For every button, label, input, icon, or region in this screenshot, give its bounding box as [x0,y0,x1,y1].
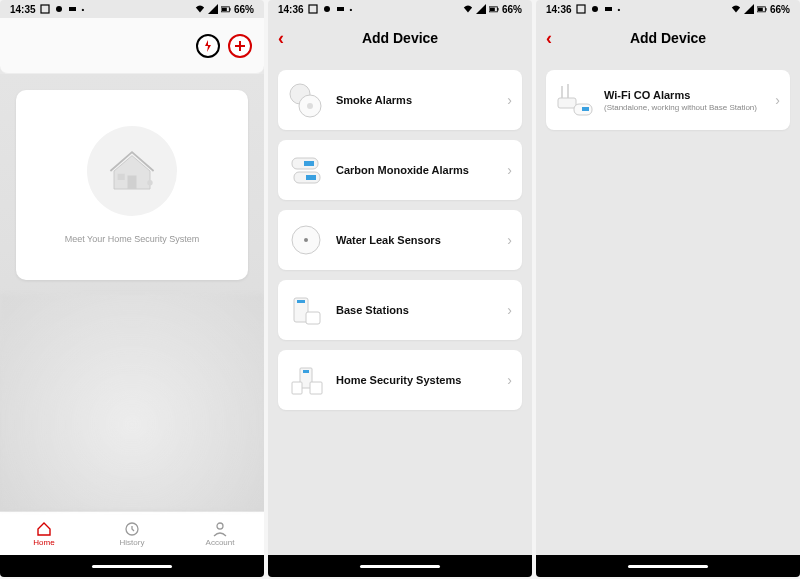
screen-home: 14:35 • 66% [0,0,264,577]
wifi-icon [731,4,741,14]
status-dot-icon: • [82,5,85,14]
row-label: Home Security Systems [336,374,461,386]
status-app2-icon [604,4,614,14]
svg-point-25 [304,238,308,242]
wifi-icon [195,4,205,14]
status-time: 14:36 [278,4,304,15]
add-device-badge[interactable] [228,34,252,58]
svg-rect-11 [309,5,317,13]
row-smoke-alarms[interactable]: Smoke Alarms › [278,70,522,130]
screen-add-device-wifi-co: 14:36 • 66% ‹ Add Device [536,0,800,577]
battery-pct: 66% [770,4,790,15]
home-empty-card[interactable]: Meet Your Home Security System [16,90,248,280]
signal-icon [476,4,486,14]
svg-rect-37 [765,8,766,10]
status-app2-icon [336,4,346,14]
svg-rect-21 [304,161,314,166]
battery-icon [757,4,767,14]
tab-home-label: Home [33,538,54,547]
svg-rect-27 [297,300,305,303]
svg-rect-2 [69,7,76,11]
tab-history-label: History [120,538,145,547]
svg-point-8 [147,180,152,185]
row-sublabel: (Standalone, working without Base Statio… [604,103,765,112]
signal-icon [744,4,754,14]
row-label: Water Leak Sensors [336,234,441,246]
svg-rect-33 [577,5,585,13]
battery-icon [489,4,499,14]
svg-rect-28 [306,312,320,324]
wifi-icon [463,4,473,14]
status-bar: 14:36 • 66% [268,0,532,18]
status-app-icon [590,4,600,14]
svg-point-12 [324,6,330,12]
svg-rect-31 [292,382,302,394]
status-time: 14:35 [10,4,36,15]
tab-account-label: Account [206,538,235,547]
status-bar: 14:35 • 66% [0,0,264,18]
tab-bar: Home History Account [0,511,264,555]
svg-rect-41 [558,98,576,108]
svg-rect-13 [337,7,344,11]
account-icon [212,521,228,537]
history-icon [124,521,140,537]
screen-add-device-categories: 14:36 • 66% ‹ Add Device Smoke Alarms › [268,0,532,577]
android-navbar [0,555,264,577]
android-navbar [268,555,532,577]
battery-icon [221,4,231,14]
svg-rect-23 [306,175,316,180]
svg-rect-16 [490,8,495,11]
base-station-icon [286,290,326,330]
chevron-right-icon: › [507,92,512,108]
svg-rect-0 [41,5,49,13]
page-title: Add Device [630,30,706,46]
row-home-security[interactable]: Home Security Systems › [278,350,522,410]
svg-rect-35 [605,7,612,11]
category-list: Smoke Alarms › Carbon Monoxide Alarms › … [268,58,532,555]
lightning-badge[interactable] [196,34,220,58]
android-navbar [536,555,800,577]
row-label: Wi-Fi CO Alarms [604,89,690,101]
tab-home[interactable]: Home [0,512,88,555]
home-security-icon [286,360,326,400]
water-leak-icon [286,220,326,260]
status-bar: 14:36 • 66% [536,0,800,18]
svg-rect-32 [310,382,322,394]
chevron-right-icon: › [507,372,512,388]
status-app-icon [54,4,64,14]
status-time: 14:36 [546,4,572,15]
header: ‹ Add Device [536,18,800,58]
chevron-right-icon: › [507,162,512,178]
row-water-leak[interactable]: Water Leak Sensors › [278,210,522,270]
svg-rect-15 [497,8,498,10]
status-app-icon [322,4,332,14]
row-label: Carbon Monoxide Alarms [336,164,469,176]
status-dot-icon: • [618,5,621,14]
tab-history[interactable]: History [88,512,176,555]
row-wifi-co-alarms[interactable]: Wi-Fi CO Alarms (Standalone, working wit… [546,70,790,130]
svg-point-1 [56,6,62,12]
signal-icon [208,4,218,14]
status-notif-icon [576,4,586,14]
svg-point-19 [307,103,313,109]
wifi-co-alarm-icon [554,80,594,120]
status-notif-icon [40,4,50,14]
back-button[interactable]: ‹ [278,28,284,49]
svg-point-34 [592,6,598,12]
svg-rect-43 [582,107,589,111]
row-label: Smoke Alarms [336,94,412,106]
row-label: Base Stations [336,304,409,316]
svg-point-10 [217,523,223,529]
svg-rect-4 [229,8,230,10]
header: ‹ Add Device [268,18,532,58]
home-body: Meet Your Home Security System [0,74,264,511]
tab-account[interactable]: Account [176,512,264,555]
row-co-alarms[interactable]: Carbon Monoxide Alarms › [278,140,522,200]
status-app2-icon [68,4,78,14]
battery-pct: 66% [502,4,522,15]
row-base-stations[interactable]: Base Stations › [278,280,522,340]
back-button[interactable]: ‹ [546,28,552,49]
home-tagline: Meet Your Home Security System [65,234,200,244]
battery-pct: 66% [234,4,254,15]
svg-rect-6 [128,176,137,190]
